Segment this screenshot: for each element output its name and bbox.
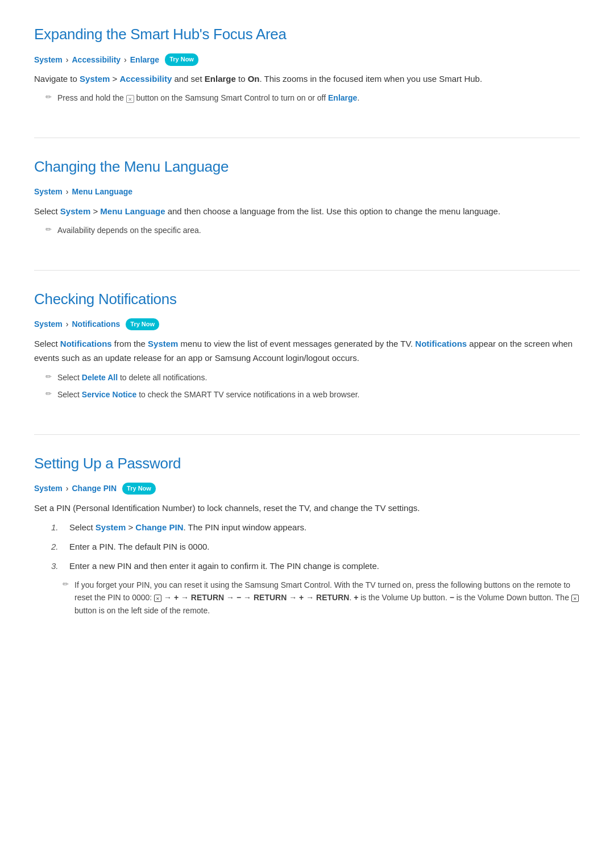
breadcrumb-system[interactable]: System	[34, 53, 63, 66]
minus-1: −	[237, 593, 241, 602]
pencil-icon-3: ✏	[45, 371, 52, 383]
try-now-badge-notifications[interactable]: Try Now	[126, 318, 159, 331]
pencil-icon-1: ✏	[45, 92, 52, 103]
inline-on-1: On	[248, 74, 260, 84]
breadcrumb-accessibility[interactable]: Accessibility	[72, 53, 121, 66]
note-text-expanding-1: Press and hold the ✕ button on the Samsu…	[57, 92, 359, 104]
inline-system-3[interactable]: System	[148, 339, 178, 348]
try-now-badge-password[interactable]: Try Now	[122, 483, 156, 495]
note-item-password-1: ✏ If you forget your PIN, you can reset …	[63, 579, 580, 617]
inline-notifications-2: Notifications	[415, 339, 467, 348]
inline-delete-all[interactable]: Delete All	[82, 373, 118, 382]
inline-change-pin-1[interactable]: Change PIN	[135, 522, 183, 532]
body-text-notifications: Select Notifications from the System men…	[34, 337, 580, 366]
breadcrumb-password: System › Change PIN Try Now	[34, 482, 580, 495]
body-text-password: Set a PIN (Personal Identification Numbe…	[34, 501, 580, 516]
minus-label: −	[450, 593, 454, 602]
separator-3: ›	[66, 185, 69, 198]
step-number-3: 3.	[51, 559, 63, 573]
separator-4: ›	[66, 318, 69, 330]
section-title-notifications: Checking Notifications	[34, 288, 580, 312]
divider-3	[34, 434, 580, 435]
inline-accessibility-1[interactable]: Accessibility	[120, 74, 172, 84]
try-now-badge-expanding[interactable]: Try Now	[165, 53, 198, 66]
inline-enlarge-1: Enlarge	[205, 74, 236, 84]
body-text-menu-language: Select System > Menu Language and then c…	[34, 204, 580, 219]
section-title-menu-language: Changing the Menu Language	[34, 155, 580, 179]
inline-notifications-1[interactable]: Notifications	[60, 339, 112, 348]
body-text-expanding: Navigate to System > Accessibility and s…	[34, 72, 580, 86]
plus-1: +	[174, 593, 179, 602]
mute-icon-2: ✕	[154, 595, 161, 602]
breadcrumb-notifications[interactable]: Notifications	[72, 318, 120, 330]
inline-system-2[interactable]: System	[60, 206, 90, 216]
note-text-notifications-2: Select Service Notice to check the SMART…	[57, 388, 360, 401]
numbered-item-1: 1. Select System > Change PIN. The PIN i…	[51, 521, 580, 534]
separator-1: ›	[66, 53, 69, 66]
step-text-3: Enter a new PIN and then enter it again …	[69, 559, 379, 573]
step-text-2: Enter a PIN. The default PIN is 0000.	[69, 540, 210, 554]
inline-menu-language[interactable]: Menu Language	[100, 206, 165, 216]
step-text-1: Select System > Change PIN. The PIN inpu…	[69, 521, 306, 534]
section-title-expanding: Expanding the Smart Hub's Focus Area	[34, 23, 580, 47]
breadcrumb-system-2[interactable]: System	[34, 185, 63, 198]
pencil-icon-4: ✏	[45, 388, 52, 400]
numbered-list-password: 1. Select System > Change PIN. The PIN i…	[51, 521, 580, 573]
note-text-password-1: If you forget your PIN, you can reset it…	[74, 579, 580, 617]
section-expanding-smart-hub: Expanding the Smart Hub's Focus Area Sys…	[34, 23, 580, 115]
section-notifications: Checking Notifications System › Notifica…	[34, 288, 580, 412]
plus-label: +	[354, 593, 358, 602]
inline-system-5[interactable]: System	[96, 522, 126, 532]
breadcrumb-enlarge[interactable]: Enlarge	[130, 53, 159, 66]
inline-service-notice[interactable]: Service Notice	[82, 390, 137, 399]
breadcrumb-menu-language[interactable]: Menu Language	[72, 185, 132, 198]
note-text-notifications-1: Select Delete All to delete all notifica…	[57, 371, 207, 384]
step-number-2: 2.	[51, 540, 63, 554]
note-text-menu-language-1: Availability depends on the specific are…	[57, 224, 201, 236]
breadcrumb-system-4[interactable]: System	[34, 482, 63, 495]
divider-2	[34, 270, 580, 271]
note-item-notifications-1: ✏ Select Delete All to delete all notifi…	[45, 371, 580, 384]
inline-system-1[interactable]: System	[80, 74, 110, 84]
separator-5: ›	[66, 482, 69, 495]
inline-enlarge-2: Enlarge	[328, 93, 357, 102]
step-number-1: 1.	[51, 521, 63, 534]
numbered-item-2: 2. Enter a PIN. The default PIN is 0000.	[51, 540, 580, 554]
mute-icon-3: ✕	[571, 595, 579, 602]
note-item-expanding-1: ✏ Press and hold the ✕ button on the Sam…	[45, 92, 580, 104]
section-password: Setting Up a Password System › Change PI…	[34, 452, 580, 628]
plus-2: +	[299, 593, 304, 602]
section-menu-language: Changing the Menu Language System › Menu…	[34, 155, 580, 247]
breadcrumb-menu-language: System › Menu Language	[34, 185, 580, 198]
separator-2: ›	[124, 53, 127, 66]
breadcrumb-change-pin[interactable]: Change PIN	[72, 482, 117, 495]
section-title-password: Setting Up a Password	[34, 452, 580, 476]
breadcrumb-expanding: System › Accessibility › Enlarge Try Now	[34, 53, 580, 66]
breadcrumb-system-3[interactable]: System	[34, 318, 63, 330]
note-item-notifications-2: ✏ Select Service Notice to check the SMA…	[45, 388, 580, 401]
return-3: RETURN	[316, 593, 349, 602]
numbered-item-3: 3. Enter a new PIN and then enter it aga…	[51, 559, 580, 573]
pencil-icon-2: ✏	[45, 224, 52, 236]
mute-icon-1: ✕	[126, 95, 134, 103]
divider-1	[34, 138, 580, 138]
note-item-menu-language-1: ✏ Availability depends on the specific a…	[45, 224, 580, 236]
breadcrumb-notifications: System › Notifications Try Now	[34, 318, 580, 330]
return-2: RETURN	[254, 593, 287, 602]
return-1: RETURN	[191, 593, 224, 602]
pencil-icon-5: ✏	[63, 579, 69, 591]
